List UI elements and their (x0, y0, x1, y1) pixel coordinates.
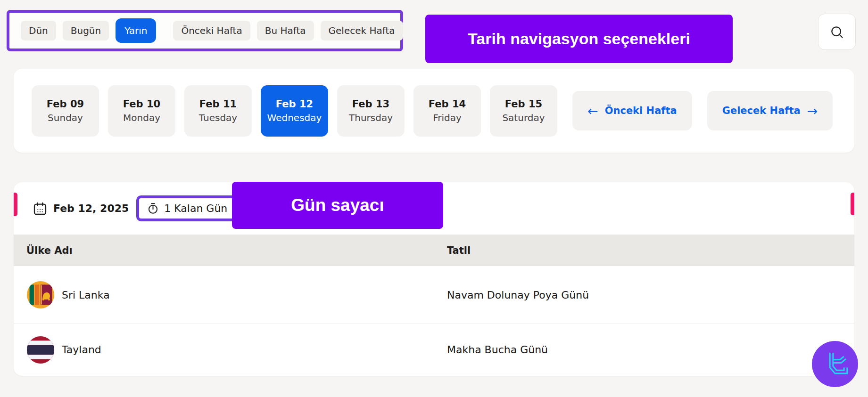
arrow-right-icon: → (807, 105, 818, 117)
filter-button-yesterday[interactable]: Dün (21, 21, 56, 41)
brand-logo (812, 341, 858, 387)
calendar-icon (33, 201, 48, 216)
week-strip: Feb 09 Sunday Feb 10 Monday Feb 11 Tuesd… (14, 69, 854, 153)
day-cell-feb-11[interactable]: Feb 11 Tuesday (184, 85, 252, 137)
table-row-sri-lanka: Sri Lanka Navam Dolunay Poya Günü (14, 266, 854, 324)
holiday-name: Navam Dolunay Poya Günü (447, 289, 854, 301)
day-weekday: Monday (123, 112, 160, 123)
day-weekday: Wednesday (267, 112, 322, 123)
day-date: Feb 09 (47, 98, 84, 110)
pink-accent-bar-left (14, 193, 17, 216)
day-weekday: Saturday (502, 112, 545, 123)
filter-button-today[interactable]: Bugün (63, 21, 109, 41)
holiday-card-header: Feb 12, 2025 1 Kalan Gün Gün sayacı (14, 182, 854, 235)
filter-button-next-week[interactable]: Gelecek Hafta (321, 21, 403, 41)
day-date: Feb 15 (505, 98, 542, 110)
countdown-badge: 1 Kalan Gün (136, 195, 238, 221)
page: Dün Bugün Yarın Önceki Hafta Bu Hafta Ge… (0, 0, 868, 397)
day-cell-feb-10[interactable]: Feb 10 Monday (108, 85, 175, 137)
annotation-date-nav-box: Dün Bugün Yarın Önceki Hafta Bu Hafta Ge… (7, 10, 403, 51)
thailand-flag-icon (26, 336, 55, 364)
table-row-thailand: Tayland Makha Bucha Günü (14, 324, 854, 375)
day-date: Feb 12 (276, 98, 313, 110)
selected-date-text: Feb 12, 2025 (53, 203, 129, 214)
day-weekday: Thursday (349, 112, 393, 123)
arrow-left-icon: ← (587, 105, 598, 117)
logo-glyph-icon (818, 347, 852, 381)
annotation-day-counter-label: Gün sayacı (232, 182, 443, 229)
search-icon (829, 24, 844, 40)
next-week-button[interactable]: Gelecek Hafta → (707, 91, 833, 130)
day-date: Feb 14 (429, 98, 466, 110)
sri-lanka-flag-icon (26, 281, 55, 309)
country-name: Tayland (62, 344, 101, 356)
holiday-card: Feb 12, 2025 1 Kalan Gün Gün sayacı Ülke… (14, 182, 854, 376)
filter-button-this-week[interactable]: Bu Hafta (257, 21, 314, 41)
stopwatch-icon (147, 202, 159, 215)
day-weekday: Sunday (48, 112, 83, 123)
day-cell-feb-15[interactable]: Feb 15 Saturday (490, 85, 557, 137)
filter-button-tomorrow[interactable]: Yarın (116, 18, 156, 43)
day-weekday: Friday (433, 112, 462, 123)
day-date: Feb 11 (199, 98, 237, 110)
country-name: Sri Lanka (62, 289, 110, 301)
country-cell: Tayland (14, 336, 447, 364)
table-header-row: Ülke Adı Tatil (14, 235, 854, 266)
day-date: Feb 10 (123, 98, 160, 110)
day-cell-feb-14[interactable]: Feb 14 Friday (413, 85, 481, 137)
previous-week-label: Önceki Hafta (605, 105, 677, 116)
country-cell: Sri Lanka (14, 281, 447, 309)
holiday-name: Makha Bucha Günü (447, 344, 854, 356)
column-header-holiday: Tatil (447, 245, 854, 256)
annotation-date-nav-label: Tarih navigasyon seçenekleri (425, 15, 733, 63)
countdown-label: 1 Kalan Gün (164, 203, 227, 214)
day-cell-feb-13[interactable]: Feb 13 Thursday (337, 85, 405, 137)
day-date: Feb 13 (352, 98, 389, 110)
next-week-label: Gelecek Hafta (722, 105, 801, 116)
day-weekday: Tuesday (199, 112, 237, 123)
day-cell-feb-12-selected[interactable]: Feb 12 Wednesday (261, 85, 328, 137)
filter-button-previous-week[interactable]: Önceki Hafta (173, 21, 250, 41)
previous-week-button[interactable]: ← Önceki Hafta (572, 91, 692, 130)
search-button[interactable] (818, 14, 856, 50)
column-header-country: Ülke Adı (14, 245, 447, 256)
pink-accent-bar-right (851, 193, 854, 215)
day-cell-feb-09[interactable]: Feb 09 Sunday (32, 85, 99, 137)
